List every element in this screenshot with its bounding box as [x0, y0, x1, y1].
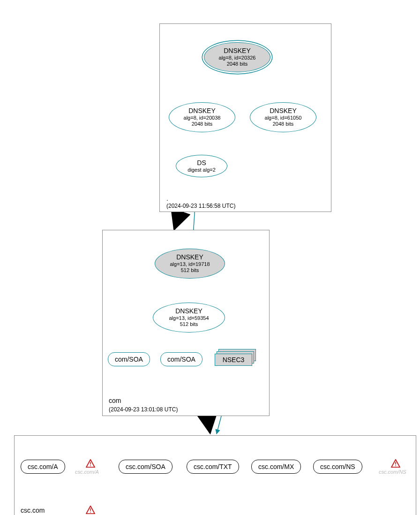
zone-csc	[14, 435, 416, 515]
zone-csc-label: csc.com	[21, 507, 45, 514]
node-sub: 512 bits	[180, 321, 198, 327]
zone-com-label: com	[109, 397, 121, 404]
svg-rect-1	[90, 465, 91, 466]
node-sub: alg=8, id=61050	[265, 115, 302, 121]
nsec3-label: NSEC3	[215, 354, 252, 366]
node-sub: digest alg=2	[188, 167, 216, 173]
csc-a: csc.com/A	[21, 460, 65, 474]
node-sub: alg=13, id=59354	[169, 315, 209, 321]
root-dnskey-zsk2: DNSKEY alg=8, id=61050 2048 bits	[250, 102, 316, 132]
node-sub: alg=13, id=19718	[170, 261, 210, 267]
node-sub: alg=8, id=20038	[184, 115, 221, 121]
svg-rect-0	[90, 462, 91, 465]
root-dnskey-zsk1: DNSKEY alg=8, id=20038 2048 bits	[169, 102, 235, 132]
warning-icon	[86, 506, 95, 514]
node-sub: 2048 bits	[227, 61, 248, 67]
node-sub: 2048 bits	[192, 121, 213, 127]
warning-icon	[86, 459, 95, 468]
com-soa-2: com/SOA	[160, 352, 202, 366]
node-sub: 2048 bits	[273, 121, 294, 127]
node-title: DNSKEY	[270, 107, 297, 115]
root-dnskey-ksk: DNSKEY alg=8, id=20326 2048 bits	[204, 42, 270, 72]
node-title: DNSKEY	[188, 107, 216, 115]
svg-rect-3	[395, 465, 396, 466]
svg-rect-2	[395, 462, 396, 465]
zone-root-timestamp: (2024-09-23 11:56:58 UTC)	[166, 203, 235, 209]
com-dnskey-zsk: DNSKEY alg=13, id=59354 512 bits	[153, 303, 225, 333]
warning-label-a: csc.com/A	[75, 469, 99, 475]
warning-label-ns: csc.com/NS	[379, 469, 406, 475]
node-title: DNSKEY	[175, 307, 202, 315]
warning-icon	[391, 459, 400, 468]
csc-txt: csc.com/TXT	[187, 460, 239, 474]
svg-rect-4	[90, 508, 91, 511]
node-sub: alg=8, id=20326	[219, 55, 256, 61]
com-soa-1: com/SOA	[108, 352, 150, 366]
node-title: DNSKEY	[224, 47, 251, 55]
csc-soa: csc.com/SOA	[119, 460, 172, 474]
com-dnskey-ksk: DNSKEY alg=13, id=19718 512 bits	[155, 249, 225, 279]
node-title: DS	[197, 159, 206, 167]
root-ds: DS digest alg=2	[176, 155, 227, 177]
node-title: DNSKEY	[176, 253, 203, 261]
svg-rect-5	[90, 512, 91, 513]
zone-root-label: .	[166, 195, 168, 202]
csc-mx: csc.com/MX	[251, 460, 301, 474]
node-sub: 512 bits	[181, 267, 199, 273]
zone-com-timestamp: (2024-09-23 13:01:08 UTC)	[109, 406, 178, 413]
csc-ns: csc.com/NS	[313, 460, 362, 474]
